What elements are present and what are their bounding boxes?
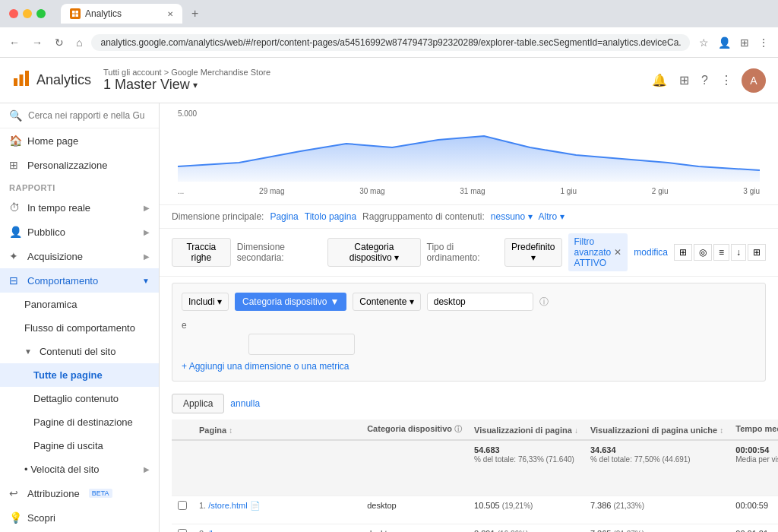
th-pagina[interactable]: Pagina ↕ (193, 420, 361, 440)
dim-altro-link[interactable]: Altro ▾ (539, 211, 565, 222)
url-input[interactable] (91, 34, 690, 51)
sidebar-item-velocita-label: • Velocità del sito (24, 464, 100, 475)
app-title: Analytics (36, 72, 91, 88)
total-visualizzazioni: 54.683 % del totale: 76,33% (71.640) (468, 440, 584, 496)
sidebar-item-panoramica[interactable]: Panoramica (0, 293, 159, 316)
select-chevron: ▼ (330, 296, 339, 307)
svg-rect-1 (76, 11, 79, 14)
view-buttons: ⊞ ◎ ≡ ↓ ⊞ (674, 244, 766, 261)
active-tab[interactable]: Analytics ✕ (61, 4, 182, 24)
close-button[interactable] (9, 9, 18, 18)
reload-button[interactable]: ↻ (52, 33, 67, 52)
app-header: Analytics Tutti gli account > Google Mer… (0, 58, 778, 103)
dim-nessuno-link[interactable]: nessuno ▾ (491, 211, 533, 222)
export-button[interactable]: ⊞ (748, 244, 766, 261)
sidebar-item-destinazione-label: Pagine di destinazione (33, 416, 133, 428)
sidebar-item-realtime-label: In tempo reale (27, 202, 90, 214)
filter-value-input[interactable] (427, 293, 533, 311)
pie-view-button[interactable]: ◎ (694, 244, 712, 261)
row-checkbox-2[interactable] (178, 529, 187, 532)
row-2-page-link[interactable]: /home (208, 529, 232, 532)
th-visualizzazioni[interactable]: Visualizzazioni di pagina ↓ (468, 420, 584, 440)
categoria-dispositivo-select[interactable]: Categoria dispositivo ▼ (235, 293, 346, 311)
sidebar-item-scopri[interactable]: 💡 Scopri (0, 505, 159, 530)
traccia-righe-button[interactable]: Traccia righe (172, 238, 231, 267)
extensions-button[interactable]: ⊞ (737, 33, 752, 52)
tipo-ordinamento-button[interactable]: Predefinito ▾ (504, 238, 562, 267)
row-checkbox-1[interactable] (178, 501, 187, 510)
sidebar-item-personalizzazione[interactable]: ⊞ Personalizzazione (0, 153, 159, 177)
th-categoria[interactable]: Categoria dispositivo ⓘ (361, 420, 468, 440)
modifica-button[interactable]: modifica (634, 247, 668, 258)
th-vis-uniche[interactable]: Visualizzazioni di pagina uniche ↕ (584, 420, 729, 440)
sort-pagina-icon: ↕ (229, 426, 232, 435)
filter-clear-button[interactable]: ✕ (614, 247, 621, 258)
sidebar-search-input[interactable] (28, 110, 150, 121)
forward-button[interactable]: → (29, 33, 46, 52)
sidebar-item-panoramica-label: Panoramica (24, 299, 77, 310)
grid-view-button[interactable]: ⊞ (674, 244, 692, 261)
sidebar-item-comportamento[interactable]: ⊟ Comportamento ▼ (0, 268, 159, 293)
user-avatar[interactable]: A (742, 68, 766, 93)
sidebar-item-destinazione[interactable]: Pagine di destinazione (0, 410, 159, 434)
bookmark-button[interactable]: ☆ (696, 33, 712, 52)
maximize-button[interactable] (36, 9, 46, 18)
dim-secondaria-label: Dimensione secondaria: (237, 242, 321, 263)
dim-titolo-link[interactable]: Titolo pagina (305, 211, 356, 222)
sidebar-item-dettaglio[interactable]: Dettaglio contenuto (0, 387, 159, 410)
back-button[interactable]: ← (6, 33, 23, 52)
home-button[interactable]: ⌂ (73, 33, 85, 52)
row-1-page-link[interactable]: /store.html (208, 501, 247, 510)
sidebar-item-pubblico[interactable]: 👤 Pubblico ▶ (0, 220, 159, 244)
dim-secondaria-button[interactable]: Categoria dispositivo ▾ (327, 238, 420, 267)
view-dropdown-icon: ▾ (193, 80, 198, 90)
sidebar-item-uscita-label: Pagine di uscita (33, 440, 103, 451)
breadcrumb-top: Tutti gli account > Google Merchandise S… (103, 68, 637, 77)
acquisizione-icon: ✦ (9, 250, 21, 262)
realtime-icon: ⏱ (9, 201, 21, 214)
contenente-button[interactable]: Contenente ▾ (353, 293, 420, 311)
sidebar-item-velocita[interactable]: • Velocità del sito ▶ (0, 458, 159, 481)
row-1-categoria: desktop (361, 496, 468, 524)
sort-vis-icon: ↓ (574, 426, 578, 435)
row-1-page-icon: 📄 (250, 501, 261, 510)
sidebar-item-home[interactable]: 🏠 Home page (0, 128, 159, 153)
minimize-button[interactable] (23, 9, 32, 18)
account-breadcrumb: Tutti gli account > Google Merchandise S… (103, 68, 637, 93)
sidebar-item-contenuti[interactable]: ▼ Contenuti del sito (0, 340, 159, 363)
sidebar-item-acquisizione[interactable]: ✦ Acquisizione ▶ (0, 244, 159, 268)
help-button[interactable]: ? (698, 71, 711, 90)
th-tempo[interactable]: Tempo medio sulla pagina ⓘ (729, 420, 778, 440)
includi-button[interactable]: Includi ▾ (182, 293, 229, 311)
sidebar-item-uscita[interactable]: Pagine di uscita (0, 434, 159, 458)
sidebar-item-realtime[interactable]: ⏱ In tempo reale ▶ (0, 195, 159, 220)
apps-button[interactable]: ⊞ (676, 70, 692, 90)
notifications-button[interactable]: 🔔 (649, 70, 670, 90)
info-categoria-icon: ⓘ (454, 425, 462, 433)
dim-pagina-link[interactable]: Pagina (270, 211, 298, 222)
settings-button[interactable]: ⋮ (717, 70, 735, 90)
table-row: 2. /home desktop 8.891 (16,26%) 7.365 (2… (172, 524, 778, 533)
dim-principale-label: Dimensione principale: (172, 211, 264, 222)
bar-view-button[interactable]: ↓ (731, 244, 746, 261)
sidebar-item-tutte-pagine[interactable]: Tutte le pagine (0, 363, 159, 387)
view-selector[interactable]: 1 Master View ▾ (103, 77, 637, 93)
aggiungi-dimensione-link[interactable]: + Aggiungi una dimensione o una metrica (182, 361, 349, 372)
profile-button[interactable]: 👤 (715, 33, 734, 52)
new-tab-button[interactable]: + (185, 4, 204, 24)
svg-rect-0 (72, 11, 75, 14)
report-toolbar: Dimensione principale: Pagina Titolo pag… (160, 205, 778, 229)
list-view-button[interactable]: ≡ (713, 244, 729, 261)
tab-close-button[interactable]: ✕ (167, 10, 173, 18)
sidebar-item-attribuzione[interactable]: ↩ Attribuzione BETA (0, 481, 159, 505)
row-1-tempo: 00:00:59 (729, 496, 778, 524)
sidebar-item-flusso[interactable]: Flusso di comportamento (0, 316, 159, 340)
tab-title: Analytics (85, 8, 122, 19)
annulla-button[interactable]: annulla (230, 398, 260, 409)
apply-section: Applica annulla (160, 388, 778, 420)
more-button[interactable]: ⋮ (755, 33, 772, 52)
chart-area: 5.000 ... 29 mag 30 mag 31 mag (160, 103, 778, 205)
pubblico-icon: 👤 (9, 226, 21, 238)
sidebar: 🔍 🏠 Home page ⊞ Personalizzazione RAPPOR… (0, 103, 160, 532)
applica-button[interactable]: Applica (172, 394, 224, 413)
